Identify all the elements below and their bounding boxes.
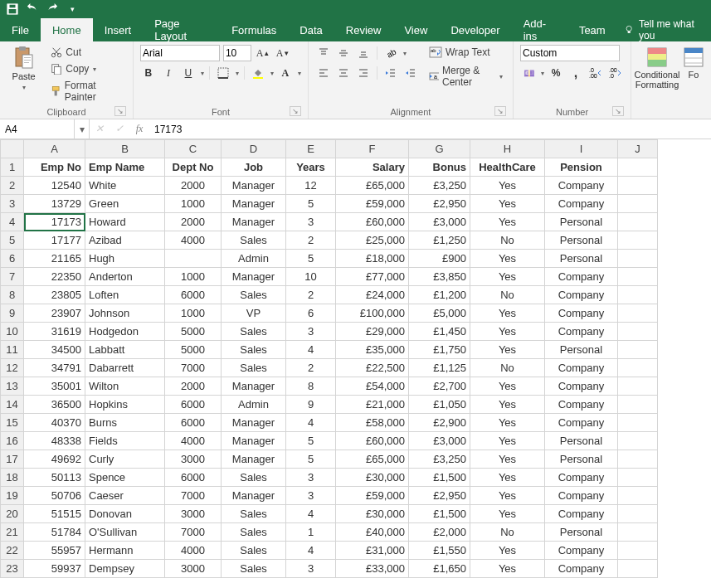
align-left-icon[interactable] — [315, 65, 332, 81]
tab-data[interactable]: Data — [288, 18, 334, 41]
borders-button[interactable] — [215, 65, 231, 81]
cell[interactable]: £100,000 — [336, 304, 409, 323]
cell[interactable]: Company — [545, 469, 618, 487]
increase-font-icon[interactable]: A▲ — [255, 45, 271, 61]
cell[interactable] — [618, 268, 658, 286]
cell[interactable]: 17173 — [24, 213, 85, 231]
cell[interactable]: 12 — [286, 177, 336, 195]
cell[interactable]: Company — [545, 377, 618, 396]
cell[interactable]: 48338 — [24, 432, 85, 450]
align-bottom-icon[interactable] — [355, 45, 372, 61]
cell[interactable]: £25,000 — [336, 231, 409, 250]
cell[interactable]: Yes — [470, 341, 545, 359]
cell[interactable]: Sales — [222, 469, 286, 487]
align-right-icon[interactable] — [355, 65, 372, 81]
cell[interactable]: £1,125 — [409, 359, 470, 377]
column-header[interactable]: A — [24, 140, 85, 158]
cell[interactable]: Years — [286, 158, 336, 177]
cell[interactable]: Emp No — [24, 158, 85, 177]
cell[interactable]: 50706 — [24, 487, 85, 505]
enter-formula-icon[interactable]: ✓ — [110, 119, 129, 138]
cell[interactable]: Dept No — [165, 158, 222, 177]
cell[interactable]: Dempsey — [85, 560, 165, 578]
cell[interactable]: 34500 — [24, 341, 85, 359]
cell[interactable]: £3,850 — [409, 268, 470, 286]
cell[interactable]: 23907 — [24, 304, 85, 323]
cell[interactable]: 7000 — [165, 523, 222, 542]
cell[interactable]: 10 — [286, 268, 336, 286]
cell[interactable] — [618, 304, 658, 323]
cell[interactable]: Yes — [470, 323, 545, 341]
cell[interactable]: Yes — [470, 560, 545, 578]
cell[interactable]: 4 — [286, 542, 336, 560]
cell[interactable]: Green — [85, 195, 165, 213]
cell[interactable]: Hopkins — [85, 396, 165, 414]
cell[interactable]: Manager — [222, 432, 286, 450]
align-top-icon[interactable] — [315, 45, 332, 61]
cell[interactable]: Yes — [470, 396, 545, 414]
cell[interactable]: Personal — [545, 231, 618, 250]
cell[interactable]: £1,500 — [409, 505, 470, 523]
cell[interactable]: 55957 — [24, 542, 85, 560]
cell[interactable]: 21165 — [24, 250, 85, 268]
cell[interactable]: Yes — [470, 432, 545, 450]
cell[interactable] — [618, 359, 658, 377]
cell[interactable]: £30,000 — [336, 469, 409, 487]
cell[interactable]: 23805 — [24, 286, 85, 304]
tab-formulas[interactable]: Formulas — [220, 18, 288, 41]
cell[interactable]: £900 — [409, 250, 470, 268]
bold-button[interactable]: B — [140, 65, 157, 81]
dialog-launcher-icon[interactable]: ↘ — [612, 106, 624, 116]
format-painter-button[interactable]: Format Painter — [47, 78, 126, 104]
format-as-table-button[interactable]: Fo — [683, 45, 704, 80]
cell[interactable]: £3,250 — [409, 177, 470, 195]
tab-developer[interactable]: Developer — [439, 18, 511, 41]
cell[interactable]: £3,000 — [409, 432, 470, 450]
cell[interactable] — [618, 542, 658, 560]
row-header[interactable]: 23 — [1, 560, 24, 578]
cell[interactable]: £3,000 — [409, 213, 470, 231]
cell[interactable] — [618, 523, 658, 542]
italic-button[interactable]: I — [160, 65, 177, 81]
increase-indent-icon[interactable] — [402, 65, 419, 81]
worksheet-grid[interactable]: ABCDEFGHIJ1Emp NoEmp NameDept NoJobYears… — [0, 139, 711, 588]
merge-center-button[interactable]: a Merge & Center▾ — [426, 63, 506, 90]
accounting-format-icon[interactable]: 💷 — [520, 65, 537, 81]
column-header[interactable]: F — [336, 140, 409, 158]
cell[interactable]: Yes — [470, 177, 545, 195]
cell[interactable]: 31619 — [24, 323, 85, 341]
cell[interactable]: £60,000 — [336, 213, 409, 231]
cell[interactable]: 7000 — [165, 487, 222, 505]
cell[interactable]: Company — [545, 323, 618, 341]
cell[interactable]: Company — [545, 396, 618, 414]
row-header[interactable]: 17 — [1, 450, 24, 469]
cell[interactable]: Bonus — [409, 158, 470, 177]
row-header[interactable]: 1 — [1, 158, 24, 177]
cell[interactable]: £1,250 — [409, 231, 470, 250]
cell[interactable]: Company — [545, 560, 618, 578]
tab-view[interactable]: View — [392, 18, 439, 41]
cell[interactable]: 2 — [286, 359, 336, 377]
font-size-select[interactable] — [223, 45, 251, 61]
cell[interactable]: 4000 — [165, 231, 222, 250]
cell[interactable]: 22350 — [24, 268, 85, 286]
cell[interactable]: Sales — [222, 231, 286, 250]
cell[interactable]: Yes — [470, 450, 545, 469]
cell[interactable]: £77,000 — [336, 268, 409, 286]
cell[interactable]: 3000 — [165, 560, 222, 578]
cell[interactable]: Company — [545, 304, 618, 323]
cell[interactable]: 8 — [286, 377, 336, 396]
cell[interactable]: 36500 — [24, 396, 85, 414]
cell[interactable]: 9 — [286, 396, 336, 414]
cell[interactable]: £2,000 — [409, 523, 470, 542]
row-header[interactable]: 20 — [1, 505, 24, 523]
wrap-text-button[interactable]: ab Wrap Text — [426, 45, 506, 60]
name-box[interactable] — [0, 119, 75, 138]
cell[interactable] — [618, 323, 658, 341]
row-header[interactable]: 22 — [1, 542, 24, 560]
cell[interactable]: White — [85, 177, 165, 195]
cell[interactable]: Yes — [470, 268, 545, 286]
cell[interactable] — [618, 341, 658, 359]
cell[interactable]: Loften — [85, 286, 165, 304]
orientation-icon[interactable]: ab — [382, 45, 399, 61]
